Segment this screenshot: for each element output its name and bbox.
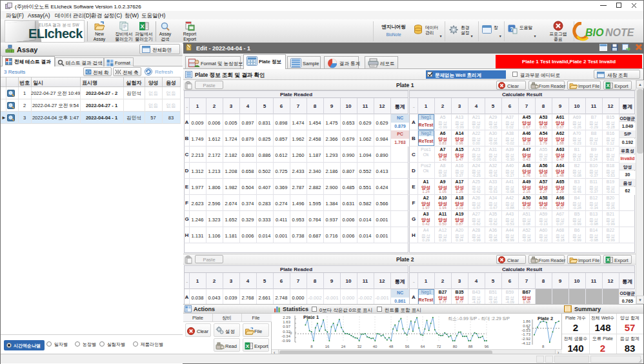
svg-text:X: X: [140, 23, 144, 30]
svg-text:REPORT: REPORT: [185, 23, 192, 25]
svg-text:X: X: [607, 257, 610, 263]
svg-text:NOTE: NOTE: [605, 27, 635, 38]
svg-text:BIO: BIO: [585, 27, 604, 38]
svg-text:X: X: [246, 343, 250, 349]
svg-text:X: X: [607, 83, 610, 88]
